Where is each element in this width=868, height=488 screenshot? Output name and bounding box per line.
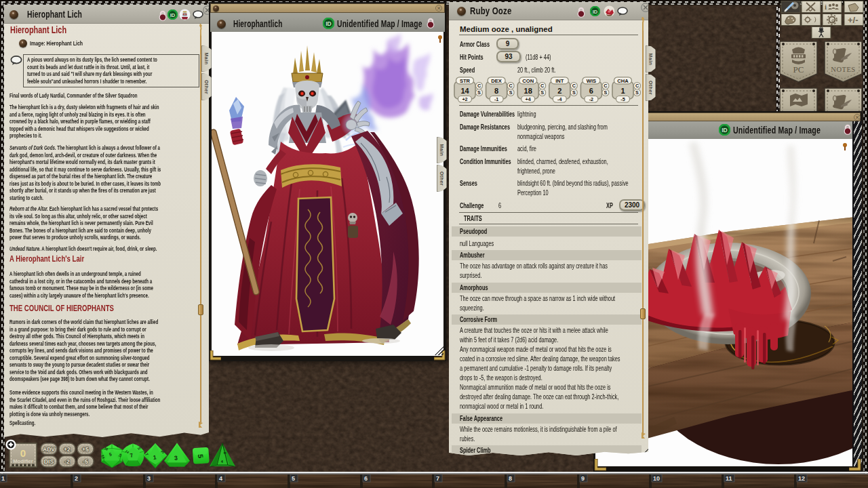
svg-text:C: C	[572, 83, 576, 89]
svg-text:NOTES: NOTES	[831, 66, 855, 73]
svg-text:C: C	[540, 83, 544, 89]
svg-text:2: 2	[557, 87, 561, 95]
svg-text:3: 3	[147, 475, 151, 482]
svg-text:4: 4	[219, 475, 222, 482]
svg-text:10: 10	[653, 475, 660, 482]
svg-text:i: i	[825, 3, 827, 11]
svg-text:DEX: DEX	[491, 78, 502, 84]
svg-text:-2: -2	[64, 458, 70, 465]
svg-text:ID: ID	[170, 12, 176, 18]
svg-text:10: 10	[115, 443, 121, 448]
svg-text:C: C	[477, 83, 481, 89]
svg-text:S: S	[604, 89, 608, 96]
svg-text:6: 6	[589, 87, 593, 95]
svg-text:3: 3	[174, 455, 178, 462]
svg-text:INT: INT	[555, 78, 564, 84]
svg-text:-2: -2	[589, 96, 593, 102]
svg-text:8: 8	[509, 475, 512, 482]
svg-text:CHA: CHA	[617, 78, 629, 84]
svg-text:1: 1	[620, 87, 625, 95]
svg-text:18: 18	[524, 87, 532, 95]
svg-text:C: C	[635, 83, 639, 89]
svg-text:DIS: DIS	[44, 458, 54, 465]
svg-text:+4: +4	[526, 96, 531, 102]
svg-text:CON: CON	[522, 78, 534, 84]
svg-text:PC: PC	[793, 64, 804, 75]
svg-text:S: S	[572, 89, 576, 96]
svg-text:+5: +5	[82, 446, 89, 453]
svg-text:-5: -5	[620, 96, 625, 102]
svg-text:0: 0	[20, 447, 26, 459]
svg-text:-4: -4	[557, 96, 561, 102]
svg-text:8: 8	[494, 87, 498, 95]
svg-text:S: S	[540, 89, 544, 96]
svg-text:C: C	[509, 83, 512, 89]
svg-text:ID: ID	[593, 9, 598, 15]
svg-text:Modifier: Modifier	[13, 458, 33, 464]
svg-text:12: 12	[798, 475, 805, 482]
svg-text:+2: +2	[462, 96, 467, 102]
svg-text:S: S	[635, 89, 639, 96]
svg-text:4: 4	[221, 460, 223, 464]
svg-text:7: 7	[436, 475, 439, 482]
svg-text:ID: ID	[722, 127, 728, 134]
svg-text:C: C	[604, 83, 607, 89]
svg-text:ADV: ADV	[43, 446, 55, 453]
svg-text:+2: +2	[64, 446, 71, 453]
svg-text:2: 2	[75, 475, 78, 482]
svg-text:-1: -1	[494, 96, 498, 102]
svg-text:+/-: +/-	[848, 15, 859, 25]
svg-text:6: 6	[364, 475, 368, 482]
svg-text:14: 14	[460, 87, 469, 95]
svg-text:ID: ID	[326, 20, 332, 27]
svg-text:11: 11	[726, 475, 732, 482]
svg-text:9: 9	[581, 475, 585, 482]
svg-text:WIS: WIS	[587, 78, 596, 84]
svg-text:S: S	[477, 89, 481, 96]
svg-text:S: S	[509, 89, 513, 96]
svg-text:-5: -5	[83, 458, 88, 465]
svg-text:1: 1	[1, 475, 5, 482]
svg-text:5: 5	[292, 475, 295, 482]
svg-text:STR: STR	[460, 78, 471, 84]
